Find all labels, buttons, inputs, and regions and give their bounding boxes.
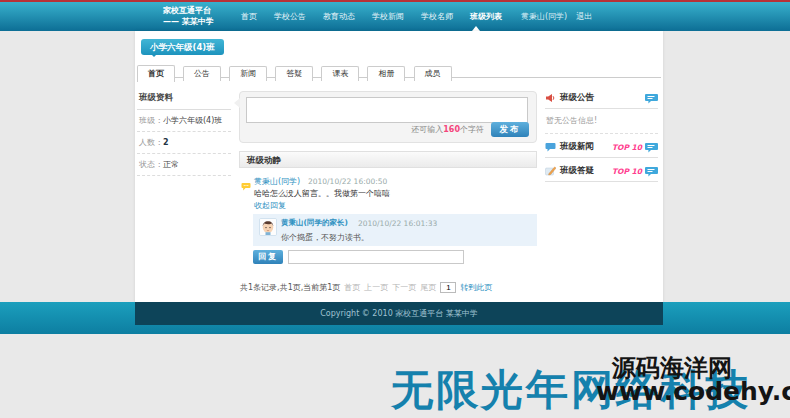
reply-content: 你个捣蛋，不努力读书。 bbox=[281, 232, 369, 243]
composer-textarea[interactable] bbox=[246, 97, 528, 123]
nav-item-education-news[interactable]: 教育动态 bbox=[323, 11, 355, 22]
class-info-value: 正常 bbox=[163, 160, 179, 169]
speech-bubble-icon bbox=[241, 177, 251, 196]
char-counter-number: 160 bbox=[443, 125, 460, 134]
tab-home[interactable]: 首页 bbox=[137, 65, 175, 82]
reply-input[interactable] bbox=[288, 250, 464, 264]
collapse-replies-link[interactable]: 收起回复 bbox=[254, 200, 286, 211]
pencil-icon bbox=[545, 166, 556, 176]
chat-bubble-icon bbox=[545, 142, 556, 152]
pagination-next[interactable]: 下一页 bbox=[392, 282, 416, 293]
class-name-badge: 小学六年级(4)班 bbox=[141, 39, 224, 55]
site-logo: 家校互通平台 —— 某某中学 bbox=[163, 5, 214, 27]
watermark-site-url: www.codehy.com bbox=[596, 377, 790, 406]
megaphone-icon bbox=[545, 93, 556, 103]
class-tabs: 首页 公告 新闻 答疑 课表 相册 成员 bbox=[137, 62, 661, 78]
main-nav: 首页 学校公告 教育动态 学校新闻 学校名师 班级列表 bbox=[241, 2, 502, 31]
class-info-label: 状态： bbox=[139, 160, 163, 169]
tab-news[interactable]: 新闻 bbox=[229, 66, 267, 81]
class-info-value: 小学六年级(4)班 bbox=[163, 116, 222, 125]
qa-header: 班级答疑 TOP 10 bbox=[545, 161, 658, 182]
pagination-page-input[interactable] bbox=[440, 282, 456, 293]
logout-link[interactable]: 退出 bbox=[576, 11, 592, 22]
feed-section-title: 班级动静 bbox=[239, 151, 537, 168]
post-content: 哈哈怎么没人留言。。我做第一个嘻嘻 bbox=[254, 188, 390, 199]
message-composer: 还可输入160个字符 发布 bbox=[239, 91, 537, 143]
qa-title: 班级答疑 bbox=[560, 165, 594, 177]
qa-more-icon[interactable] bbox=[645, 166, 658, 177]
news-title: 班级新闻 bbox=[560, 141, 594, 153]
nav-item-home[interactable]: 首页 bbox=[241, 11, 257, 22]
reply-button[interactable]: 回复 bbox=[253, 250, 283, 264]
footer-copyright: Copyright © 2010 家校互通平台 某某中学 bbox=[135, 302, 663, 325]
news-header: 班级新闻 TOP 10 bbox=[545, 137, 658, 158]
announcements-more-icon[interactable] bbox=[645, 93, 658, 104]
composer-tail-icon bbox=[234, 98, 240, 108]
reply-author-link[interactable]: 黄秉山(同学的家长) bbox=[281, 218, 348, 228]
nav-item-school-news[interactable]: 学校新闻 bbox=[372, 11, 404, 22]
tab-members[interactable]: 成员 bbox=[414, 66, 452, 81]
reply-bar: 回复 bbox=[253, 250, 464, 264]
avatar bbox=[259, 218, 277, 236]
class-info-row-count: 人数：2 bbox=[137, 132, 231, 154]
announcements-header: 班级公告 bbox=[545, 88, 658, 109]
announcements-empty-text: 暂无公告信息! bbox=[545, 109, 658, 134]
tab-qa[interactable]: 答疑 bbox=[275, 66, 313, 81]
nav-item-school-teachers[interactable]: 学校名师 bbox=[421, 11, 453, 22]
class-info-row-class: 班级：小学六年级(4)班 bbox=[137, 110, 231, 132]
news-top10-badge: TOP 10 bbox=[612, 143, 642, 152]
news-more-icon[interactable] bbox=[645, 142, 658, 153]
publish-button[interactable]: 发布 bbox=[491, 122, 529, 137]
char-counter: 还可输入160个字符 bbox=[411, 124, 484, 135]
class-info-label: 班级： bbox=[139, 116, 163, 125]
right-sidebar: 班级公告 暂无公告信息! 班级新闻 TOP 10 班级答疑 TOP 10 bbox=[545, 88, 658, 182]
class-info-title: 班级资料 bbox=[137, 88, 231, 110]
class-info-value: 2 bbox=[163, 138, 169, 147]
reply-timestamp: 2010/10/22 16:01:33 bbox=[358, 219, 437, 228]
class-info-label: 人数： bbox=[139, 138, 163, 147]
post-author-link[interactable]: 黄秉山(同学) bbox=[254, 176, 300, 187]
logo-line1: 家校互通平台 bbox=[163, 5, 214, 16]
pagination-first[interactable]: 首页 bbox=[344, 282, 360, 293]
pagination: 共1条记录,共1页,当前第1页 首页 上一页 下一页 尾页 转到此页 bbox=[240, 282, 492, 293]
pagination-prev[interactable]: 上一页 bbox=[364, 282, 388, 293]
pagination-goto-link[interactable]: 转到此页 bbox=[460, 282, 492, 293]
post-timestamp: 2010/10/22 16:00:50 bbox=[308, 177, 387, 186]
pagination-summary: 共1条记录,共1页,当前第1页 bbox=[240, 282, 340, 293]
nav-item-class-list[interactable]: 班级列表 bbox=[470, 11, 502, 22]
qa-top10-badge: TOP 10 bbox=[612, 167, 642, 176]
tab-album[interactable]: 相册 bbox=[367, 66, 405, 81]
class-info-row-status: 状态：正常 bbox=[137, 154, 231, 176]
logo-line2: —— 某某中学 bbox=[163, 16, 214, 27]
tab-announcements[interactable]: 公告 bbox=[183, 66, 221, 81]
composer-bar: 还可输入160个字符 发布 bbox=[411, 122, 529, 137]
class-info-panel: 班级资料 班级：小学六年级(4)班 人数：2 状态：正常 bbox=[137, 88, 231, 176]
user-name: 黄秉山(同学) bbox=[521, 11, 567, 22]
tab-schedule[interactable]: 课表 bbox=[321, 66, 359, 81]
reply-card: 黄秉山(同学的家长) 2010/10/22 16:01:33 你个捣蛋，不努力读… bbox=[253, 214, 537, 246]
user-bar: 黄秉山(同学) 退出 bbox=[521, 2, 592, 31]
announcements-title: 班级公告 bbox=[560, 92, 594, 104]
nav-item-school-announcements[interactable]: 学校公告 bbox=[274, 11, 306, 22]
pagination-last[interactable]: 尾页 bbox=[420, 282, 436, 293]
site-header: 家校互通平台 —— 某某中学 首页 学校公告 教育动态 学校新闻 学校名师 班级… bbox=[0, 2, 790, 31]
